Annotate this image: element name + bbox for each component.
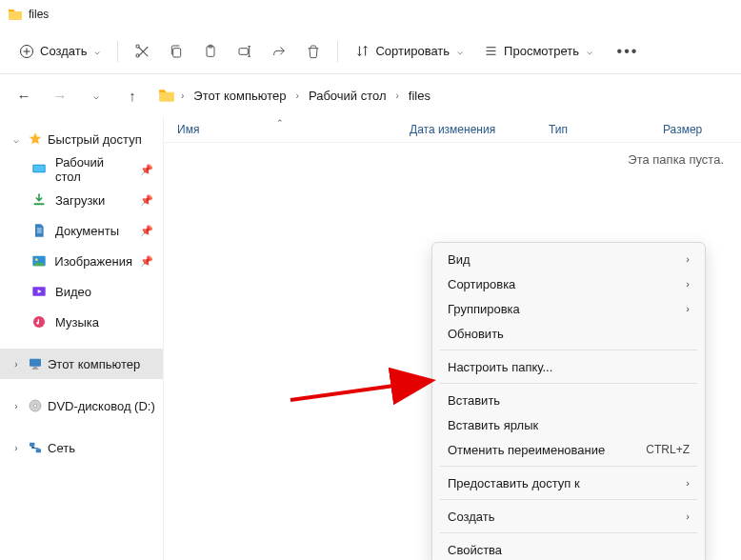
column-size[interactable]: Размер (650, 123, 741, 136)
menu-label: Вставить (448, 393, 500, 408)
view-button-label: Просмотреть (504, 44, 579, 58)
menu-refresh[interactable]: Обновить (432, 321, 705, 346)
new-button[interactable]: Создать ⌵ (10, 38, 110, 65)
sidebar-dvd[interactable]: › DVD-дисковод (D:) (0, 390, 163, 421)
menu-customize[interactable]: Настроить папку... (432, 354, 705, 379)
sidebar-this-pc[interactable]: › Этот компьютер (0, 349, 163, 379)
chevron-right-icon: › (686, 253, 690, 265)
paste-button[interactable] (194, 35, 227, 68)
menu-separator (440, 383, 697, 384)
download-icon (30, 191, 48, 209)
delete-button[interactable] (297, 35, 330, 68)
list-icon (484, 44, 498, 58)
forward-button[interactable]: → (50, 85, 70, 106)
desktop-icon (30, 161, 48, 178)
share-icon (271, 44, 287, 59)
menu-view[interactable]: Вид› (432, 247, 705, 271)
svg-point-1 (136, 45, 139, 48)
cut-button[interactable] (126, 35, 158, 68)
more-button[interactable]: ••• (611, 35, 644, 68)
music-icon (30, 313, 48, 330)
svg-rect-8 (33, 166, 44, 172)
scissors-icon (134, 43, 150, 59)
column-type[interactable]: Тип (535, 123, 650, 136)
sidebar-item-label: Музыка (55, 315, 99, 330)
pin-icon: 📌 (140, 194, 153, 207)
menu-give-access[interactable]: Предоставить доступ к› (432, 470, 705, 495)
copy-button[interactable] (160, 35, 192, 68)
pin-icon: 📌 (140, 164, 153, 176)
rename-icon (237, 44, 252, 59)
sidebar-item-label: DVD-дисковод (D:) (48, 399, 155, 413)
menu-new[interactable]: Создать› (432, 504, 705, 529)
breadcrumb-item[interactable]: Рабочий стол (305, 87, 391, 105)
disc-icon (27, 397, 44, 414)
back-button[interactable]: ← (13, 85, 34, 106)
up-button[interactable]: ↑ (122, 85, 143, 106)
menu-shortcut: CTRL+Z (646, 443, 690, 456)
chevron-right-icon: › (181, 90, 184, 101)
chevron-right-icon: › (686, 477, 690, 489)
sort-asc-icon: ⌃ (276, 118, 284, 128)
sidebar: ⌵ Быстрый доступ Рабочий стол 📌 Загрузки… (0, 116, 164, 560)
sidebar-item-label: Документы (55, 224, 119, 238)
breadcrumb-item[interactable]: files (405, 87, 434, 105)
sidebar-videos[interactable]: Видео (0, 276, 163, 307)
sidebar-item-label: Этот компьютер (48, 357, 140, 371)
monitor-icon (27, 355, 44, 372)
menu-sort[interactable]: Сортировка› (432, 271, 705, 296)
window-title: files (29, 8, 49, 21)
column-label: Дата изменения (410, 123, 495, 136)
copy-icon (169, 44, 184, 59)
network-icon (27, 439, 44, 456)
trash-icon (306, 44, 321, 59)
svg-point-11 (35, 258, 38, 261)
menu-separator (440, 532, 697, 533)
svg-rect-6 (239, 48, 248, 54)
column-date[interactable]: Дата изменения (396, 123, 535, 136)
column-label: Тип (549, 123, 568, 136)
sidebar-music[interactable]: Музыка (0, 307, 163, 337)
empty-folder-message: Эта папка пуста. (628, 152, 724, 167)
sort-button[interactable]: Сортировать ⌵ (346, 38, 472, 64)
folder-icon (158, 87, 175, 104)
svg-rect-3 (173, 48, 181, 56)
folder-icon (8, 7, 23, 22)
sidebar-quick-access[interactable]: ⌵ Быстрый доступ (0, 124, 163, 154)
share-button[interactable] (263, 35, 295, 68)
chevron-right-icon: › (686, 510, 690, 522)
breadcrumb: › Этот компьютер › Рабочий стол › files (158, 87, 434, 105)
chevron-right-icon: › (686, 303, 690, 314)
sidebar-pictures[interactable]: Изображения 📌 (0, 246, 163, 276)
column-name[interactable]: ⌃ Имя (164, 123, 396, 136)
svg-rect-9 (34, 203, 45, 205)
plus-circle-icon (19, 44, 34, 59)
sidebar-desktop[interactable]: Рабочий стол 📌 (0, 154, 163, 185)
rename-button[interactable] (229, 35, 261, 68)
sidebar-item-label: Загрузки (55, 193, 105, 208)
separator (117, 41, 118, 62)
chevron-right-icon: › (396, 90, 399, 101)
menu-paste[interactable]: Вставить (432, 388, 705, 412)
separator (337, 41, 338, 62)
menu-undo-rename[interactable]: Отменить переименованиеCTRL+Z (432, 437, 705, 462)
clipboard-icon (203, 44, 218, 59)
new-button-label: Создать (40, 44, 87, 58)
sidebar-network[interactable]: › Сеть (0, 432, 163, 463)
menu-properties[interactable]: Свойства (432, 537, 705, 560)
column-label: Размер (663, 123, 702, 136)
chevron-right-icon: › (10, 359, 23, 370)
menu-paste-shortcut[interactable]: Вставить ярлык (432, 412, 705, 437)
menu-group[interactable]: Группировка› (432, 296, 705, 321)
sidebar-documents[interactable]: Документы 📌 (0, 215, 163, 246)
recent-button[interactable]: ⌵ (86, 85, 107, 106)
breadcrumb-item[interactable]: Этот компьютер (190, 87, 290, 105)
menu-separator (440, 499, 697, 500)
view-button[interactable]: Просмотреть ⌵ (474, 38, 602, 64)
pin-icon: 📌 (140, 225, 153, 237)
menu-label: Вставить ярлык (448, 418, 538, 432)
menu-label: Свойства (448, 543, 502, 557)
titlebar: files (0, 0, 741, 29)
sidebar-downloads[interactable]: Загрузки 📌 (0, 185, 163, 215)
column-headers: ⌃ Имя Дата изменения Тип Размер (164, 116, 741, 143)
